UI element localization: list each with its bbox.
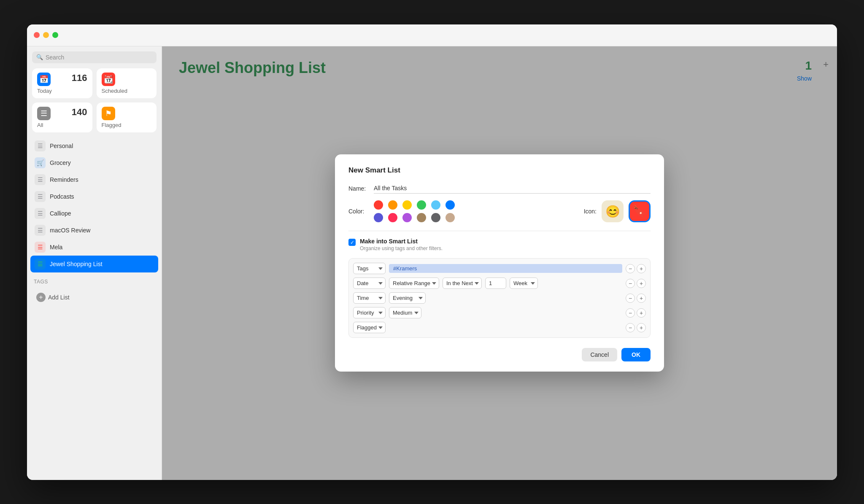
name-input[interactable] <box>374 183 651 194</box>
divider-1 <box>348 231 651 231</box>
scheduled-icon: 📆 <box>102 73 115 86</box>
filter-tag-value: #Kramers <box>389 264 622 273</box>
filter-tags-add-button[interactable]: + <box>637 264 646 273</box>
sidebar-item-reminders[interactable]: ☰ Reminders <box>30 171 158 188</box>
filter-row-date: Date Tags Time Priority Flagged Relative… <box>353 278 646 289</box>
filter-tags-actions: − + <box>626 264 646 273</box>
filter-date-actions: − + <box>626 279 646 288</box>
today-count: 116 <box>72 73 87 84</box>
filter-date-add-button[interactable]: + <box>637 279 646 288</box>
color-blue[interactable] <box>446 200 455 210</box>
filter-time-type-select[interactable]: Time Date Tags Priority Flagged <box>353 292 386 304</box>
personal-icon: ☰ <box>35 140 46 151</box>
smart-card-today[interactable]: 📅 116 Today <box>32 68 92 98</box>
today-label: Today <box>37 88 87 94</box>
ok-button[interactable]: OK <box>621 348 651 361</box>
color-red[interactable] <box>374 200 383 210</box>
filter-date-range-select[interactable]: Relative Range Before After On <box>389 278 439 289</box>
sidebar-item-personal[interactable]: ☰ Personal <box>30 137 158 154</box>
name-label: Name: <box>348 185 374 192</box>
smart-list-checkbox[interactable]: ✓ <box>348 239 356 246</box>
grocery-name: Grocery <box>50 159 154 166</box>
filter-row-priority: Priority Date Tags Time Flagged Medium N… <box>353 307 646 318</box>
filter-flagged-remove-button[interactable]: − <box>626 323 635 332</box>
calliope-icon: ☰ <box>35 208 46 219</box>
color-purple[interactable] <box>402 213 412 222</box>
filter-priority-add-button[interactable]: + <box>637 308 646 318</box>
color-brown[interactable] <box>417 213 426 222</box>
color-pink[interactable] <box>388 213 397 222</box>
color-green[interactable] <box>417 200 426 210</box>
filter-date-number-input[interactable] <box>485 278 506 289</box>
add-list-button[interactable]: + Add List <box>32 290 157 305</box>
tags-section: Tags <box>27 272 162 287</box>
minimize-button[interactable] <box>43 32 49 38</box>
filter-date-type-select[interactable]: Date Tags Time Priority Flagged <box>353 278 386 289</box>
add-list-plus-icon: + <box>36 293 46 302</box>
filter-priority-value-select[interactable]: Medium None Low High <box>389 307 421 318</box>
sidebar-item-mela[interactable]: ☰ Mela <box>30 239 158 256</box>
sidebar-item-jewel[interactable]: ☰ Jewel Shopping List <box>30 256 158 272</box>
close-button[interactable] <box>34 32 40 38</box>
smart-list-checkbox-text: Make into Smart List Organize using tags… <box>360 238 443 251</box>
search-bar[interactable]: 🔍 Search <box>32 51 157 63</box>
smart-list-subtitle: Organize using tags and other filters. <box>360 245 443 251</box>
scheduled-label: Scheduled <box>102 88 152 94</box>
all-count: 140 <box>72 107 87 118</box>
filter-date-period-select[interactable]: Week Day Month Year <box>510 278 538 289</box>
macos-review-icon: ☰ <box>35 225 46 236</box>
filter-date-remove-button[interactable]: − <box>626 279 635 288</box>
smart-card-flagged[interactable]: ⚑ Flagged <box>97 102 157 132</box>
filter-time-value-select[interactable]: Evening Morning Afternoon Night <box>389 292 426 304</box>
color-tan[interactable] <box>446 213 455 222</box>
filter-priority-remove-button[interactable]: − <box>626 308 635 318</box>
search-placeholder: Search <box>46 54 64 61</box>
icon-bookmark-option[interactable]: 🔖 <box>629 200 651 222</box>
sidebar-item-calliope[interactable]: ☰ Calliope <box>30 205 158 222</box>
color-indigo[interactable] <box>374 213 383 222</box>
filter-flagged-add-button[interactable]: + <box>637 323 646 332</box>
main-content: Jewel Shopping List 1 Show + New Smart L… <box>162 46 837 480</box>
filter-date-direction-select[interactable]: In the Next In the Last <box>443 278 482 289</box>
today-icon: 📅 <box>37 73 51 86</box>
icon-label: Icon: <box>584 208 597 215</box>
search-icon: 🔍 <box>36 54 43 60</box>
filter-row-tags: Tags Date Time Priority Flagged #Kramers… <box>353 263 646 274</box>
traffic-lights <box>34 32 58 38</box>
filter-tags-remove-button[interactable]: − <box>626 264 635 273</box>
color-orange[interactable] <box>388 200 397 210</box>
color-yellow[interactable] <box>402 200 412 210</box>
macos-review-name: macOS Review <box>50 227 154 234</box>
checkmark-icon: ✓ <box>350 240 354 245</box>
maximize-button[interactable] <box>52 32 58 38</box>
filter-flagged-type-select[interactable]: Flagged Date Tags Time Priority <box>353 322 386 333</box>
all-icon: ☰ <box>37 107 51 120</box>
smart-card-all[interactable]: ☰ 140 All <box>32 102 92 132</box>
sidebar-item-macos-review[interactable]: ☰ macOS Review <box>30 222 158 239</box>
reminders-icon: ☰ <box>35 174 46 185</box>
mela-name: Mela <box>50 244 154 251</box>
flagged-label: Flagged <box>102 122 152 128</box>
sidebar-item-podcasts[interactable]: ☰ Podcasts <box>30 188 158 205</box>
color-gray[interactable] <box>431 213 440 222</box>
smart-card-scheduled[interactable]: 📆 Scheduled <box>97 68 157 98</box>
filter-tags-type-select[interactable]: Tags Date Time Priority Flagged <box>353 263 386 274</box>
filter-priority-type-select[interactable]: Priority Date Tags Time Flagged <box>353 307 386 318</box>
tags-label: Tags <box>34 279 48 285</box>
filter-time-add-button[interactable]: + <box>637 294 646 303</box>
flagged-icon: ⚑ <box>102 107 115 120</box>
cancel-button[interactable]: Cancel <box>582 348 617 361</box>
filter-time-remove-button[interactable]: − <box>626 294 635 303</box>
color-light-blue[interactable] <box>431 200 440 210</box>
color-label: Color: <box>348 208 374 215</box>
sidebar-item-grocery[interactable]: 🛒 Grocery <box>30 154 158 171</box>
modal-footer: Cancel OK <box>348 348 651 361</box>
filter-priority-actions: − + <box>626 308 646 318</box>
grocery-icon: 🛒 <box>35 157 46 168</box>
filter-time-actions: − + <box>626 294 646 303</box>
icon-section: Icon: 😊 🔖 <box>584 200 651 222</box>
filter-flagged-actions: − + <box>626 323 646 332</box>
icon-emoji-option[interactable]: 😊 <box>602 200 624 222</box>
app-layout: 🔍 Search 📅 116 Today 📆 <box>27 46 837 480</box>
podcasts-name: Podcasts <box>50 193 154 200</box>
